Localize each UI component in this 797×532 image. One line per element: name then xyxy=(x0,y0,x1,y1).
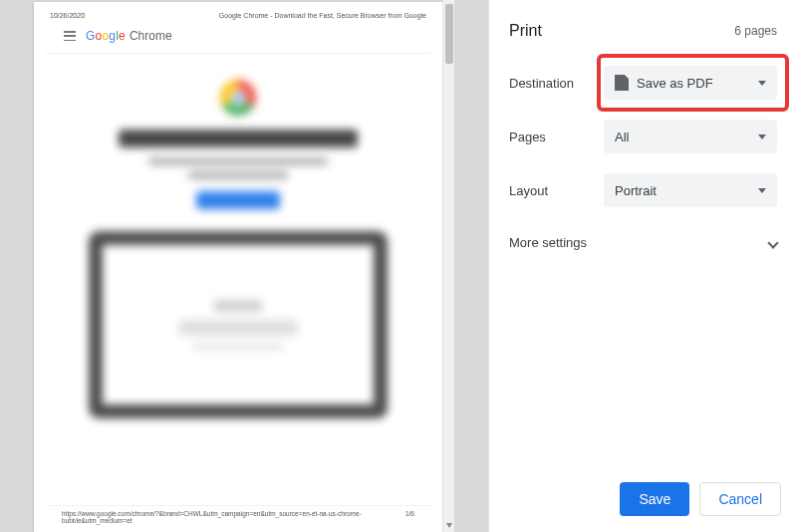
laptop-mockup xyxy=(89,231,388,418)
hero-title-placeholder xyxy=(119,130,358,147)
cancel-button[interactable]: Cancel xyxy=(699,482,781,516)
scrollbar-down-icon[interactable] xyxy=(446,523,452,528)
more-settings-toggle[interactable]: More settings xyxy=(489,217,797,266)
preview-scrollbar[interactable] xyxy=(442,0,454,532)
pdf-file-icon xyxy=(615,75,629,91)
preview-footer-url: https://www.google.com/chrome/?&brand=CH… xyxy=(62,510,405,524)
page-footer-meta: https://www.google.com/chrome/?&brand=CH… xyxy=(46,505,430,532)
sidebar-spacer xyxy=(489,266,797,470)
layout-value: Portrait xyxy=(615,183,657,198)
hamburger-icon xyxy=(64,31,76,41)
page-header-meta: 10/26/2020 Google Chrome - Download the … xyxy=(34,2,442,23)
row-layout: Layout Portrait xyxy=(489,163,797,217)
destination-select[interactable]: Save as PDF xyxy=(604,66,777,100)
row-pages: Pages All xyxy=(489,110,797,163)
label-layout: Layout xyxy=(509,183,604,198)
label-pages: Pages xyxy=(509,130,604,144)
download-button-placeholder xyxy=(196,191,280,209)
save-button[interactable]: Save xyxy=(620,482,689,516)
layout-select[interactable]: Portrait xyxy=(604,173,777,207)
preview-date: 10/26/2020 xyxy=(50,12,85,19)
preview-topbar: Google Chrome xyxy=(46,23,430,54)
row-destination: Destination Save as PDF xyxy=(489,56,797,110)
destination-value: Save as PDF xyxy=(637,76,713,91)
label-destination: Destination xyxy=(509,76,604,91)
print-preview-pane: 10/26/2020 Google Chrome - Download the … xyxy=(0,0,488,532)
sidebar-actions: Save Cancel xyxy=(489,470,797,532)
print-settings-sidebar: Print 6 pages Destination Save as PDF Pa… xyxy=(488,0,797,532)
hero-subtitle-placeholder xyxy=(148,157,328,165)
preview-body-blurred xyxy=(34,54,442,505)
pages-value: All xyxy=(615,130,629,144)
print-title: Print xyxy=(509,22,542,40)
scrollbar-thumb[interactable] xyxy=(445,4,453,64)
preview-page: 10/26/2020 Google Chrome - Download the … xyxy=(34,2,442,532)
chrome-logo-icon xyxy=(220,80,256,116)
more-settings-label: More settings xyxy=(509,235,587,250)
preview-doc-title: Google Chrome - Download the Fast, Secur… xyxy=(219,12,426,19)
hero-subtitle2-placeholder xyxy=(188,171,288,179)
google-chrome-logo-text: Google Chrome xyxy=(86,29,172,43)
caret-down-icon xyxy=(758,134,766,139)
caret-down-icon xyxy=(758,188,766,193)
caret-down-icon xyxy=(758,81,766,86)
sidebar-header: Print 6 pages xyxy=(489,0,797,56)
preview-footer-page: 1/6 xyxy=(405,510,414,524)
chevron-down-icon xyxy=(767,237,778,248)
pages-select[interactable]: All xyxy=(604,120,777,153)
page-count: 6 pages xyxy=(734,24,777,38)
